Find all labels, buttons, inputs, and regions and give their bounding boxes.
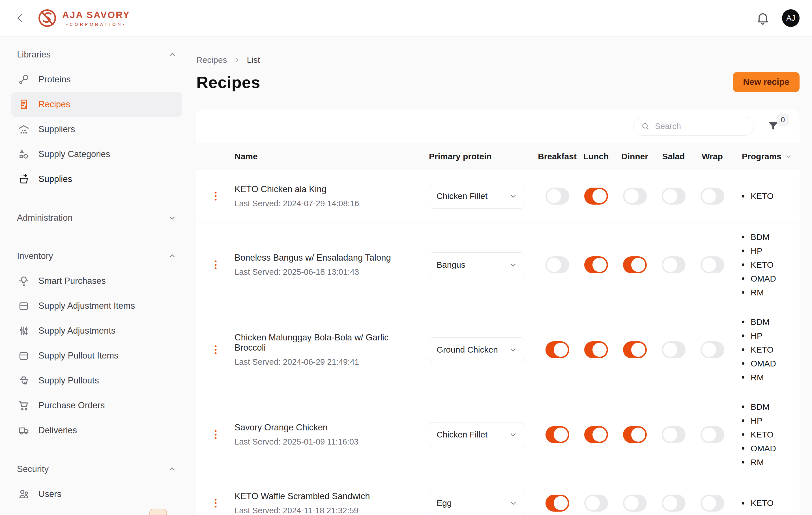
wrap-toggle[interactable]: [700, 341, 724, 358]
salad-toggle[interactable]: [662, 495, 686, 512]
bullet-icon: [742, 236, 744, 238]
search-icon: [641, 122, 650, 131]
column-header-label: Wrap: [702, 152, 723, 161]
primary-protein-select[interactable]: Chicken Fillet: [429, 184, 525, 208]
wrap-toggle[interactable]: [700, 188, 724, 205]
sidebar-item-smart-purchases[interactable]: Smart Purchases: [11, 268, 182, 293]
sidebar-item-purchase-orders[interactable]: Purchase Orders: [11, 393, 182, 418]
sidebar-item-supply-categories[interactable]: Supply Categories: [11, 142, 182, 167]
toggle-knob: [663, 189, 677, 203]
breadcrumb-list[interactable]: List: [247, 55, 260, 65]
dinner-cell: [615, 495, 654, 512]
notifications-button[interactable]: [755, 11, 770, 26]
breakfast-toggle[interactable]: [546, 426, 569, 443]
sidebar-section-header-administration[interactable]: Administration: [11, 209, 182, 226]
row-menu-cell: [196, 342, 235, 357]
bullet-icon: [742, 362, 744, 365]
program-item: OMAD: [742, 274, 776, 284]
salad-toggle[interactable]: [662, 188, 686, 205]
sidebar-item-label: Supply Pullout Items: [38, 351, 119, 361]
dinner-toggle[interactable]: [623, 341, 647, 358]
bullet-icon: [742, 291, 744, 294]
sidebar-section-header-libraries[interactable]: Libraries: [11, 46, 182, 63]
sidebar-item-recipes[interactable]: Recipes: [11, 92, 182, 117]
row-menu-button[interactable]: [208, 257, 223, 273]
sidebar-item-supply-adjustment-items[interactable]: Supply Adjustment Items: [11, 293, 182, 318]
toggle-knob: [663, 496, 677, 510]
truck-icon: [18, 424, 30, 437]
primary-protein-cell: Ground Chicken: [429, 337, 538, 362]
program-label: KETO: [751, 498, 774, 508]
primary-protein-select[interactable]: Egg: [429, 491, 525, 515]
program-item: HP: [742, 246, 776, 256]
avatar[interactable]: AJ: [782, 9, 800, 27]
sidebar-item-proteins[interactable]: Proteins: [11, 67, 182, 92]
recipe-last-served: Last Served: 2025-01-09 11:16:03: [235, 437, 420, 447]
sidebar-section-label: Administration: [17, 213, 72, 223]
toggle-knob: [625, 496, 639, 510]
kebab-icon: [210, 190, 222, 202]
programs-cell: BDMHPKETOOMADRM: [732, 226, 800, 304]
dinner-toggle[interactable]: [623, 426, 647, 443]
sidebar-item-supply-pullout-items[interactable]: Supply Pullout Items: [11, 343, 182, 368]
sidebar-section-administration: Administration: [11, 209, 182, 226]
primary-protein-cell: Bangus: [429, 252, 538, 277]
primary-protein-select[interactable]: Chicken Fillet: [429, 422, 525, 447]
salad-toggle[interactable]: [662, 256, 686, 273]
sidebar-item-label: Proteins: [38, 75, 71, 85]
programs-sort-icon[interactable]: [785, 153, 792, 160]
lunch-toggle[interactable]: [584, 495, 608, 512]
wrap-toggle[interactable]: [700, 426, 724, 443]
kebab-icon: [210, 497, 222, 509]
recipe-name: Boneless Bangus w/ Ensaladang Talong: [235, 253, 420, 263]
row-menu-button[interactable]: [208, 495, 223, 511]
sidebar-items: Smart PurchasesSupply Adjustment ItemsSu…: [11, 268, 182, 443]
dinner-toggle[interactable]: [623, 188, 647, 205]
wrap-toggle[interactable]: [700, 256, 724, 273]
breakfast-toggle[interactable]: [546, 256, 569, 273]
breadcrumb-recipes[interactable]: Recipes: [196, 55, 227, 65]
primary-protein-select[interactable]: Ground Chicken: [429, 337, 525, 362]
breakfast-toggle[interactable]: [546, 495, 569, 512]
sidebar-item-supply-adjustments[interactable]: Supply Adjustments: [11, 318, 182, 343]
toggle-knob: [547, 258, 561, 272]
lunch-toggle[interactable]: [584, 426, 608, 443]
sidebar-item-deliveries[interactable]: Deliveries: [11, 418, 182, 443]
bullet-icon: [742, 263, 744, 266]
breakfast-toggle[interactable]: [546, 188, 569, 205]
breakfast-toggle[interactable]: [546, 341, 569, 358]
row-menu-button[interactable]: [208, 189, 223, 204]
sidebar-item-suppliers[interactable]: Suppliers: [11, 117, 182, 142]
dinner-toggle[interactable]: [623, 495, 647, 512]
lunch-toggle[interactable]: [584, 188, 608, 205]
sidebar-item-supplies[interactable]: Supplies: [11, 167, 182, 192]
drumstick-icon: [18, 73, 30, 86]
sidebar-section-header-inventory[interactable]: Inventory: [11, 248, 182, 264]
salad-toggle[interactable]: [662, 426, 686, 443]
shapes-icon: [18, 148, 30, 161]
new-recipe-button[interactable]: New recipe: [733, 72, 800, 92]
basket-return-icon: [18, 374, 30, 387]
breakfast-cell: [538, 495, 577, 512]
row-menu-button[interactable]: [208, 427, 223, 442]
main-content: Recipes List Recipes New recipe 0 NamePr…: [194, 36, 812, 515]
wrap-toggle[interactable]: [700, 495, 724, 512]
recipes-page: { "header": { "back_icon": "chevron-left…: [0, 0, 812, 515]
breadcrumb: Recipes List: [196, 55, 800, 65]
sidebar-item-users[interactable]: Users: [11, 482, 182, 507]
search-input[interactable]: [655, 122, 747, 131]
column-header-breakfast: Breakfast: [538, 152, 577, 161]
filter-button[interactable]: 0: [767, 120, 780, 133]
company-logo[interactable]: AJA SAVORY -CORPORATION-: [37, 8, 130, 29]
back-button[interactable]: [12, 10, 28, 26]
primary-protein-select[interactable]: Bangus: [429, 252, 525, 277]
sidebar-section-header-security[interactable]: Security: [11, 461, 182, 478]
toggle-knob: [554, 496, 568, 510]
dinner-toggle[interactable]: [623, 256, 647, 273]
top-header: AJA SAVORY -CORPORATION- AJ: [0, 0, 812, 36]
sidebar-item-supply-pullouts[interactable]: Supply Pullouts: [11, 368, 182, 393]
row-menu-button[interactable]: [208, 342, 223, 357]
lunch-toggle[interactable]: [584, 256, 608, 273]
lunch-toggle[interactable]: [584, 341, 608, 358]
salad-toggle[interactable]: [662, 341, 686, 358]
